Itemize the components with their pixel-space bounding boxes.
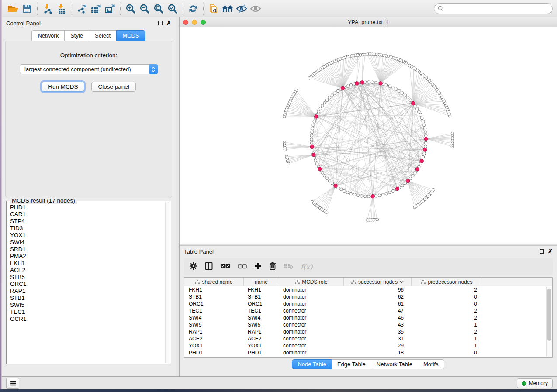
search-field[interactable] — [434, 3, 553, 14]
toolbar-separator — [120, 3, 121, 15]
run-mcds-button[interactable]: Run MCDS — [42, 82, 84, 92]
column-header-successor-nodes[interactable]: successor nodes — [344, 278, 412, 286]
table-row[interactable]: RAP1RAP1dominator352 — [184, 328, 552, 335]
apply-function-button[interactable]: f(x) — [301, 263, 312, 271]
mcds-result-item[interactable]: STB1 — [7, 295, 165, 302]
column-header-name[interactable]: name — [244, 278, 279, 286]
mcds-result-item[interactable]: STP4 — [7, 218, 165, 225]
close-panel-button[interactable]: Close panel — [91, 82, 135, 92]
mcds-result-item[interactable]: GCR1 — [7, 316, 165, 323]
close-panel-icon[interactable]: ✗ — [548, 249, 553, 254]
column-header-shared-name[interactable]: shared name — [184, 278, 244, 286]
open-session-button[interactable] — [6, 2, 20, 15]
mcds-result-item[interactable]: SWI4 — [7, 239, 165, 246]
mcds-result-item[interactable]: PMA2 — [7, 253, 165, 260]
mcds-result-item[interactable]: CAR1 — [7, 211, 165, 218]
mcds-result-item[interactable]: STB5 — [7, 274, 165, 281]
table-cell: SWI4 — [184, 314, 244, 321]
float-panel-icon[interactable] — [540, 249, 544, 254]
mcds-result-item[interactable]: ACE2 — [7, 267, 165, 274]
deselect-all-button[interactable] — [238, 263, 247, 271]
save-session-button[interactable] — [20, 2, 34, 15]
tab-motifs[interactable]: Motifs — [418, 359, 444, 369]
table-cell: FKH1 — [184, 286, 244, 293]
criterion-dropdown[interactable]: largest connected component (undirected) — [20, 64, 158, 74]
mcds-result-item[interactable]: SRD1 — [7, 246, 165, 253]
mcds-result-item[interactable]: RAP1 — [7, 288, 165, 295]
table-row[interactable]: STB1STB1dominator620 — [184, 293, 552, 300]
search-input[interactable] — [446, 6, 549, 12]
table-cell: TEC1 — [184, 307, 244, 314]
memory-button[interactable]: Memory — [517, 378, 553, 388]
export-table-button[interactable] — [89, 2, 103, 15]
copy-network-button[interactable] — [207, 2, 221, 15]
mcds-result-item[interactable]: TID3 — [7, 225, 165, 232]
eye-icon — [250, 4, 261, 14]
toolbar-separator — [203, 3, 204, 15]
table-cell-filler — [482, 286, 552, 293]
mcds-result-item[interactable]: YOX1 — [7, 232, 165, 239]
mcds-result-item[interactable]: FKH1 — [7, 260, 165, 267]
network-canvas[interactable] — [180, 27, 557, 244]
zoom-out-button[interactable] — [138, 2, 152, 15]
show-columns-button[interactable] — [205, 262, 213, 272]
panel-list-button[interactable] — [6, 378, 19, 389]
tab-style[interactable]: Style — [64, 30, 89, 41]
export-image-icon — [104, 3, 116, 14]
table-settings-button[interactable] — [189, 262, 197, 272]
mcds-result-item[interactable]: SWI5 — [7, 302, 165, 309]
tab-network-table[interactable]: Network Table — [371, 359, 418, 369]
mcds-result-item[interactable]: ORC1 — [7, 281, 165, 288]
tab-select[interactable]: Select — [89, 30, 117, 41]
mcds-list-scrollbar[interactable] — [165, 202, 170, 363]
hide-selected-button[interactable] — [235, 2, 249, 15]
network-window-title: YPA_prune.txt_1 — [180, 19, 557, 25]
table-scrollbar[interactable] — [546, 287, 552, 357]
mcds-result-item[interactable]: TEC1 — [7, 309, 165, 316]
table-cell-filler — [482, 307, 552, 314]
mcds-result-list[interactable]: PHD1CAR1STP4TID3YOX1SWI4SRD1PMA2FKH1ACE2… — [7, 204, 165, 363]
float-panel-icon[interactable] — [158, 21, 163, 25]
column-header-predecessor-nodes[interactable]: predecessor nodes — [412, 278, 482, 286]
show-all-button[interactable] — [249, 2, 263, 15]
table-row[interactable]: ORC1ORC1dominator610 — [184, 300, 552, 307]
table-row[interactable]: SWI5SWI5connector431 — [184, 321, 552, 328]
column-header-mcds-role[interactable]: MCDS role — [279, 278, 344, 286]
table-row[interactable]: FKH1FKH1dominator962 — [184, 286, 552, 293]
close-panel-icon[interactable]: ✗ — [166, 21, 171, 25]
delete-column-button[interactable] — [269, 262, 276, 272]
delete-table-button[interactable] — [284, 263, 293, 271]
mcds-result-item[interactable]: PHD1 — [7, 204, 165, 211]
table-cell-filler — [482, 314, 552, 321]
network-window-titlebar[interactable]: YPA_prune.txt_1 — [180, 17, 557, 27]
table-cell: 29 — [344, 342, 412, 349]
export-image-button[interactable] — [103, 2, 117, 15]
refresh-button[interactable] — [186, 2, 200, 15]
import-network-button[interactable] — [41, 2, 55, 15]
home-button[interactable] — [221, 2, 235, 15]
tab-edge-table[interactable]: Edge Table — [332, 359, 371, 369]
network-graph[interactable] — [180, 27, 557, 244]
tab-network[interactable]: Network — [31, 30, 65, 41]
table-row[interactable]: YOX1YOX1connector291 — [184, 342, 552, 349]
table-body: FKH1FKH1dominator962STB1STB1dominator620… — [184, 286, 552, 356]
table-row[interactable]: ACE2ACE2connector311 — [184, 335, 552, 342]
tab-mcds[interactable]: MCDS — [116, 30, 145, 41]
export-network-button[interactable] — [75, 2, 89, 15]
table-cell-filler — [482, 321, 552, 328]
import-table-button[interactable] — [55, 2, 69, 15]
zoom-in-button[interactable] — [124, 2, 138, 15]
tab-node-table[interactable]: Node Table — [292, 359, 332, 369]
table-cell: 0 — [412, 293, 482, 300]
table-row[interactable]: PHD1PHD1dominator180 — [184, 349, 552, 356]
add-column-button[interactable] — [254, 262, 262, 272]
zoom-fit-button[interactable] — [152, 2, 166, 15]
criterion-value: largest connected component (undirected) — [20, 66, 149, 72]
select-all-button[interactable] — [220, 263, 230, 271]
table-row[interactable]: SWI4SWI4dominator462 — [184, 314, 552, 321]
vertical-splitter[interactable] — [176, 17, 180, 376]
zoom-out-icon — [139, 3, 150, 14]
table-scrollbar-thumb[interactable] — [547, 289, 551, 341]
zoom-selected-button[interactable] — [166, 2, 180, 15]
table-row[interactable]: TEC1TEC1connector472 — [184, 307, 552, 314]
